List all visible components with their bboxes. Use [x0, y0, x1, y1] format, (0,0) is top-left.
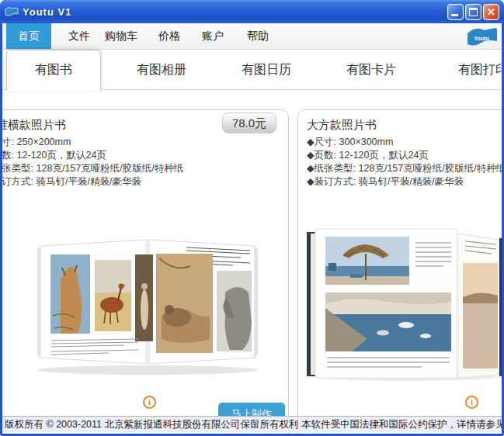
- window-controls: ✕: [447, 4, 499, 20]
- umbrella-photo: [325, 237, 409, 285]
- product-specs: ◆尺寸: 300×300mm ◆页数: 12-120页，默认24页 ◆纸张类型:…: [307, 136, 502, 189]
- spec-binding: ◆装订方式: 骑马钉/平装/精装/豪华装: [2, 175, 183, 189]
- tab-photobook[interactable]: 有图书: [6, 50, 101, 91]
- tab-calendar[interactable]: 有图日历: [233, 50, 300, 90]
- elephant-photo: [217, 271, 252, 351]
- leopard-photo: [156, 254, 213, 353]
- client-area: 首页 文件 购物车 价格 账户 帮助 Youtu 有图书 有图相册 有图日历 有…: [2, 23, 502, 434]
- maximize-icon: [469, 8, 478, 16]
- menu-item-price[interactable]: 价格: [152, 23, 186, 49]
- photobook-preview-beach[interactable]: [305, 223, 502, 382]
- maximize-button[interactable]: [465, 4, 481, 20]
- close-icon: ✕: [484, 5, 499, 19]
- product-card-landscape-photobook: 标准横款照片书 78.0元 ◆尺寸: 250×200mm ◆页数: 12-120…: [2, 109, 289, 434]
- window-title: Youtu V1: [23, 6, 71, 18]
- menu-item-cart[interactable]: 购物车: [99, 23, 144, 49]
- product-title: 大方款照片书: [307, 118, 377, 133]
- info-icon[interactable]: i: [465, 396, 478, 409]
- tab-print[interactable]: 有图打印: [450, 50, 502, 90]
- price-badge: 78.0元: [222, 112, 276, 133]
- spec-pages: ◆页数: 12-120页，默认24页: [2, 149, 183, 162]
- youtu-logo-icon: Youtu: [465, 24, 498, 48]
- sunset-photo: [463, 263, 498, 369]
- antelope-photo: [95, 260, 131, 331]
- spec-paper: ◆纸张类型: 128克/157克哑粉纸/胶版纸/特种纸: [2, 162, 183, 175]
- product-title: 标准横款照片书: [2, 118, 66, 133]
- copyright-text: 版权所有 © 2003-2011 北京紫新报通科技股份有限公司保留所有权利 本软…: [5, 419, 502, 430]
- meerkat-photo: [135, 254, 153, 341]
- svg-text:Youtu: Youtu: [474, 36, 488, 41]
- minimize-icon: [451, 14, 458, 16]
- product-card-square-photobook: 大方款照片书 ◆尺寸: 300×300mm ◆页数: 12-120页，默认24页…: [297, 109, 502, 434]
- menubar: 首页 文件 购物车 价格 账户 帮助 Youtu: [2, 23, 502, 50]
- spec-size: ◆尺寸: 300×300mm: [307, 136, 502, 149]
- tab-card[interactable]: 有图卡片: [338, 50, 405, 90]
- menu-item-home[interactable]: 首页: [6, 23, 51, 49]
- status-bar: 版权所有 © 2003-2011 北京紫新报通科技股份有限公司保留所有权利 本软…: [2, 416, 502, 432]
- titlebar[interactable]: Youtu V1 ✕: [0, 0, 504, 23]
- menu-item-account[interactable]: 账户: [196, 23, 230, 49]
- app-icon: [5, 5, 19, 18]
- giraffe-photo: [50, 254, 90, 334]
- spec-binding: ◆装订方式: 骑马钉/平装/精装/豪华装: [307, 175, 502, 189]
- menu-item-help[interactable]: 帮助: [241, 23, 275, 49]
- info-icon[interactable]: i: [143, 396, 156, 409]
- photobook-preview-safari[interactable]: [31, 230, 264, 378]
- harbor-photo: [325, 292, 451, 351]
- minimize-button[interactable]: [447, 4, 464, 20]
- tab-album[interactable]: 有图相册: [128, 50, 195, 90]
- app-window: Youtu V1 ✕ 首页 文件 购物车 价格 账户 帮助 Youtu 有图书: [0, 0, 504, 436]
- product-specs: ◆尺寸: 250×200mm ◆页数: 12-120页，默认24页 ◆纸张类型:…: [2, 136, 183, 189]
- close-button[interactable]: ✕: [483, 4, 499, 20]
- menu-item-file[interactable]: 文件: [62, 23, 96, 49]
- spec-paper: ◆纸张类型: 128克/157克哑粉纸/胶版纸/特种纸: [307, 162, 502, 175]
- spec-pages: ◆页数: 12-120页，默认24页: [307, 149, 502, 162]
- spec-size: ◆尺寸: 250×200mm: [2, 136, 183, 149]
